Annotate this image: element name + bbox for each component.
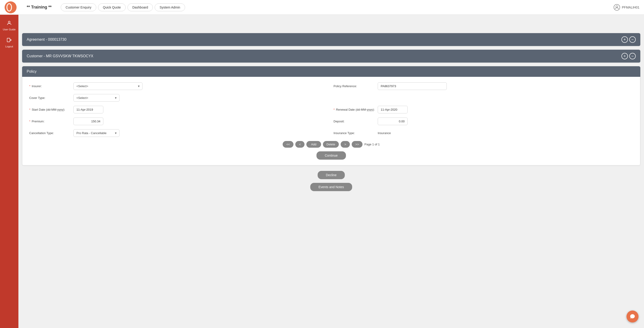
insurance-type-value: Insurance [378,131,391,135]
insurer-select[interactable]: <Select> [74,82,142,90]
pagination-last-button[interactable]: >> [352,141,362,148]
policy-reference-input[interactable]: PA8637973 [378,82,447,90]
start-date-input[interactable] [74,106,103,113]
form-row-4: * Premium: Deposit: [29,118,633,125]
customer-expand-button[interactable]: + [622,53,628,59]
agreement-expand-button[interactable]: + [622,36,628,43]
agreement-header-buttons: + − [622,36,636,43]
deposit-label: Deposit: [334,120,375,123]
user-avatar-icon [615,5,619,9]
agreement-header: Agreement - 000013730 + − [22,33,640,46]
premium-input[interactable] [74,118,103,125]
username-label: PFMALIH01 [622,5,640,9]
svg-point-4 [8,21,10,23]
user-guide-icon [6,20,12,27]
form-row-5: Cancellation Type: Pro Rata - Cancellabl… [29,129,633,137]
sidebar-item-user-guide[interactable]: User Guide [0,17,18,34]
events-notes-button[interactable]: Events and Notes [310,183,352,191]
cover-type-label: Cover Type: [29,96,71,100]
agreement-section: Agreement - 000013730 + − [22,33,640,46]
pagination-first-button[interactable]: << [283,141,294,148]
logo-area [4,1,23,13]
deposit-input[interactable] [378,118,408,125]
continue-button[interactable]: Continue [316,151,346,160]
form-row-1: * Insurer: <Select> ▼ Policy Reference: … [29,82,633,90]
tab-dashboard[interactable]: Dashboard [128,3,153,11]
customer-title: Customer - MR GSVVSKW TKWSOCYX [27,54,94,58]
form-row-3: * Start Date (dd-MM-yyyy): * Renewal Dat… [29,106,633,113]
cover-type-select[interactable]: <Select> [74,94,120,102]
tab-system-admin[interactable]: System Admin [155,3,185,11]
insurer-select-wrapper: <Select> ▼ [74,82,142,90]
cancellation-type-select[interactable]: Pro Rata - Cancellable [74,129,120,137]
start-date-required-star: * [29,108,30,111]
insurer-label: * Insurer: [29,84,71,88]
cancellation-type-group: Cancellation Type: Pro Rata - Cancellabl… [29,129,329,137]
pagination-prev-button[interactable]: < [295,141,304,148]
sidebar: User Guide Logout [0,15,18,328]
user-icon [614,4,620,10]
sidebar-item-logout[interactable]: Logout [0,34,18,51]
renewal-date-required-star: * [334,108,335,111]
premium-group: * Premium: [29,118,329,125]
logout-icon [6,37,12,44]
pagination-area: << < Add Delete > >> Page 1 of 1 [29,141,633,148]
pagination-delete-button[interactable]: Delete [323,141,339,148]
insurer-required-star: * [29,84,30,88]
policy-header: Policy [22,66,640,77]
agreement-title: Agreement - 000013730 [27,37,66,42]
policy-form: * Insurer: <Select> ▼ Policy Reference: … [22,77,640,165]
insurer-group: * Insurer: <Select> ▼ [29,82,329,90]
form-row-2: Cover Type: <Select> ▼ [29,94,633,102]
tab-quick-quote[interactable]: Quick Quote [98,3,126,11]
start-date-group: * Start Date (dd-MM-yyyy): [29,106,329,113]
nav-tabs: Customer Enquiry Quick Quote Dashboard S… [61,3,185,11]
sidebar-user-guide-label: User Guide [3,28,16,31]
main-content: Agreement - 000013730 + − Customer - MR … [18,29,644,328]
policy-section: Policy * Insurer: <Select> ▼ Policy Refe… [22,66,640,165]
app-title: ** Training ** [27,5,52,10]
tab-customer-enquiry[interactable]: Customer Enquiry [61,3,96,11]
top-navigation: ** Training ** Customer Enquiry Quick Qu… [0,0,644,15]
app-logo [4,1,16,13]
continue-area: Continue [29,151,633,160]
agreement-collapse-button[interactable]: − [629,36,636,43]
premium-label: * Premium: [29,120,71,123]
customer-header-buttons: + − [622,53,636,59]
start-date-label: * Start Date (dd-MM-yyyy): [29,108,71,111]
chat-icon [630,314,635,319]
insurance-type-label: Insurance Type: [334,131,375,135]
decline-button[interactable]: Decline [318,171,345,179]
svg-point-2 [7,4,11,10]
cancellation-type-select-wrapper: Pro Rata - Cancellable ▼ [74,129,120,137]
cover-type-select-wrapper: <Select> ▼ [74,94,120,102]
cover-type-group: Cover Type: <Select> ▼ [29,94,329,102]
cancellation-type-label: Cancellation Type: [29,131,71,135]
pagination-add-button[interactable]: Add [306,141,321,148]
premium-required-star: * [29,120,30,123]
chat-bubble-button[interactable] [626,311,638,323]
pagination-page-info: Page 1 of 1 [364,143,380,146]
renewal-date-label: * Renewal Date (dd-MM-yyyy): [334,108,375,111]
insurance-type-group: Insurance Type: Insurance [334,131,633,135]
svg-point-3 [616,6,618,7]
sidebar-logout-label: Logout [5,45,13,48]
deposit-group: Deposit: [334,118,633,125]
policy-reference-group: Policy Reference: PA8637973 [334,82,633,90]
policy-reference-label: Policy Reference: [334,84,375,88]
user-area: PFMALIH01 [614,4,640,10]
bottom-buttons: Decline Events and Notes [22,171,640,191]
renewal-date-input[interactable] [378,106,408,113]
customer-section: Customer - MR GSVVSKW TKWSOCYX + − [22,50,640,62]
pagination-next-button[interactable]: > [341,141,350,148]
renewal-date-group: * Renewal Date (dd-MM-yyyy): [334,106,633,113]
customer-header: Customer - MR GSVVSKW TKWSOCYX + − [22,50,640,62]
policy-title: Policy [27,69,36,73]
customer-collapse-button[interactable]: − [629,53,636,59]
svg-rect-5 [7,38,10,42]
